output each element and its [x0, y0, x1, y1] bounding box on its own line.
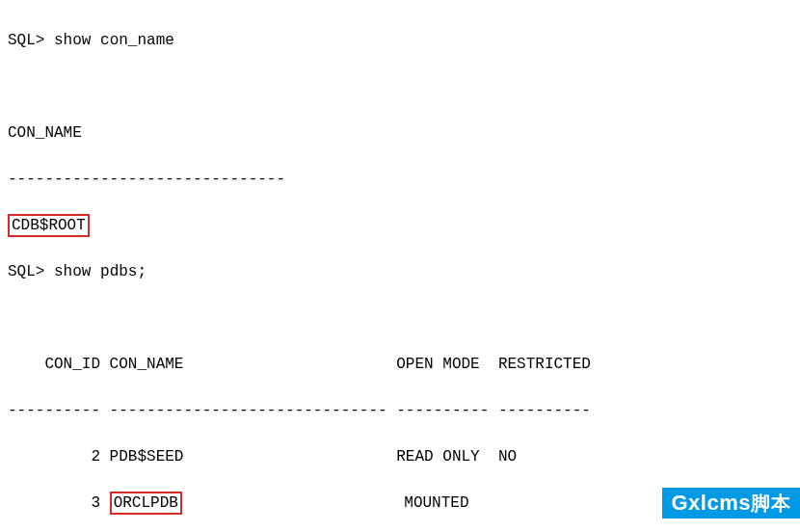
- pdbs-row-2-mode: MOUNTED: [182, 494, 469, 512]
- pdbs-row-1: 2 PDB$SEED READ ONLY NO: [8, 448, 517, 466]
- pdbs-header: CON_ID CON_NAME OPEN MODE RESTRICTED: [8, 356, 591, 373]
- sql-terminal: SQL> show con_name CON_NAME ------------…: [0, 0, 800, 532]
- pdbs-row-2-id: 3: [8, 494, 100, 512]
- sql-prompt: SQL>: [8, 263, 44, 280]
- pdbs-row-2-name: ORCLPDB: [114, 494, 178, 512]
- watermark-brand: Gxlcms: [672, 491, 752, 515]
- heading-con-name: CON_NAME: [8, 124, 82, 142]
- highlight-cdbroot: CDB$ROOT: [8, 214, 90, 237]
- dashes: ------------------------------: [8, 171, 285, 188]
- cmd-show-pdbs: show pdbs;: [54, 263, 147, 280]
- pdbs-dashes: ---------- -----------------------------…: [8, 402, 591, 419]
- watermark-badge: Gxlcms脚本: [662, 488, 801, 519]
- sql-prompt: SQL>: [8, 32, 44, 49]
- value-cdbroot: CDB$ROOT: [12, 217, 86, 234]
- watermark-cn: 脚本: [751, 492, 790, 514]
- highlight-orclpdb-row: ORCLPDB: [110, 492, 182, 515]
- cmd-show-con-name: show con_name: [54, 32, 174, 49]
